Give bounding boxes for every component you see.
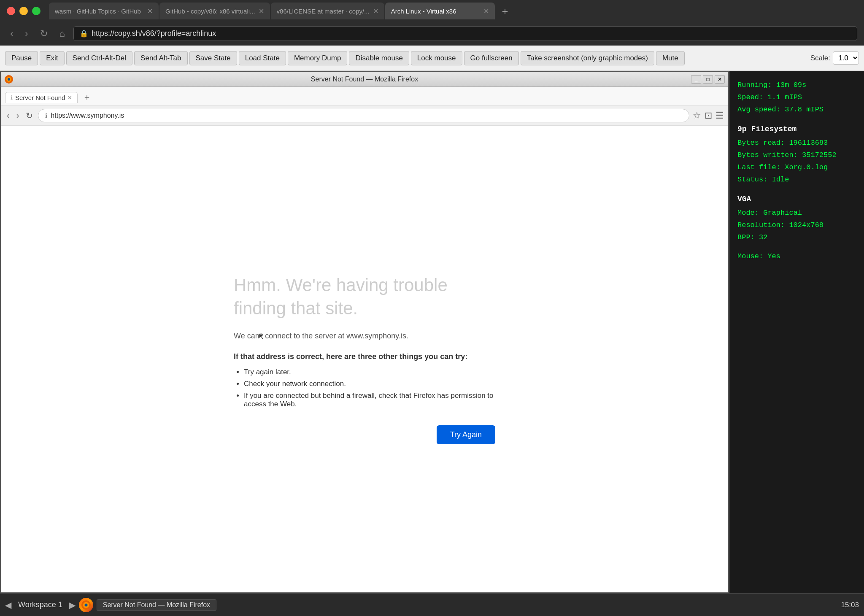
workspace-next-button[interactable]: ▶ <box>69 600 76 610</box>
vm-restore-btn[interactable]: □ <box>703 75 713 84</box>
filesystem-title: 9p Filesystem <box>737 123 856 136</box>
vm-title: Server Not Found — Mozilla Firefox <box>311 76 418 83</box>
bpp-stat: BPP: 32 <box>737 232 856 244</box>
speed-stat: Speed: 1.1 mIPS <box>737 92 856 104</box>
bytes-read-value: 196113683 <box>789 139 828 147</box>
browser-tab-bar: wasm · GitHub Topics · GitHub ✕ GitHub -… <box>49 3 857 19</box>
error-details-heading: If that address is correct, here are thr… <box>234 352 495 361</box>
mute-button[interactable]: Mute <box>656 51 685 65</box>
vm-close-btn[interactable]: ✕ <box>715 75 725 84</box>
vm-window-controls: _ □ ✕ <box>691 75 725 84</box>
lock-mouse-button[interactable]: Lock mouse <box>411 51 462 65</box>
tab2-close[interactable]: ✕ <box>259 7 264 15</box>
save-state-button[interactable]: Save State <box>189 51 237 65</box>
tab1-label: wasm · GitHub Topics · GitHub <box>55 8 141 15</box>
back-button[interactable]: ‹ <box>7 27 16 41</box>
mac-window-controls <box>7 7 40 15</box>
tab3-close[interactable]: ✕ <box>373 7 378 15</box>
load-state-button[interactable]: Load State <box>239 51 286 65</box>
error-title: Hmm. We're having trouble finding that s… <box>234 274 495 320</box>
last-file-stat: Last file: Xorg.0.log <box>737 162 856 174</box>
ff-new-tab-button[interactable]: ＋ <box>79 92 94 103</box>
mac-close-button[interactable] <box>7 7 15 15</box>
status-label: Status: <box>737 176 767 184</box>
ff-menu-button[interactable]: ☰ <box>716 110 724 121</box>
ff-reload-button[interactable]: ↻ <box>24 109 35 122</box>
reload-button[interactable]: ↻ <box>37 27 51 41</box>
resolution-value: 1024x768 <box>789 221 824 229</box>
tab3-label: v86/LICENSE at master · copy/... <box>277 8 370 15</box>
vm-minimize-btn[interactable]: _ <box>691 75 701 84</box>
lock-icon: 🔒 <box>80 30 88 38</box>
last-file-value: Xorg.0.log <box>785 163 828 171</box>
firefox-tabs: ℹ Server Not Found ✕ ＋ <box>1 87 728 105</box>
mode-value: Graphical <box>763 209 802 217</box>
taskbar: ◀ Workspace 1 ▶ Server Not Found — Mozil… <box>0 593 864 616</box>
disable-mouse-button[interactable]: Disable mouse <box>349 51 409 65</box>
send-alt-tab-button[interactable]: Send Alt-Tab <box>134 51 187 65</box>
error-subtitle: We can't connect to the server at www.sy… <box>234 332 495 340</box>
browser-tab-3[interactable]: v86/LICENSE at master · copy/... ✕ <box>271 3 384 19</box>
tab1-close[interactable]: ✕ <box>147 7 153 15</box>
avg-speed-label: Avg speed: <box>737 105 780 113</box>
stats-panel: Running: 13m 09s Speed: 1.1 mIPS Avg spe… <box>729 71 864 593</box>
tab4-close[interactable]: ✕ <box>483 7 489 15</box>
mouse-label: Mouse: <box>737 252 763 260</box>
browser-tab-4[interactable]: Arch Linux - Virtual x86 ✕ <box>385 3 495 19</box>
forward-button[interactable]: › <box>22 27 31 41</box>
mac-maximize-button[interactable] <box>32 7 40 15</box>
ff-forward-button[interactable]: › <box>15 109 21 122</box>
memory-dump-button[interactable]: Memory Dump <box>288 51 347 65</box>
ff-address-bar[interactable]: ℹ https://www.symphony.is <box>38 109 689 122</box>
ff-tab-1[interactable]: ℹ Server Not Found ✕ <box>5 92 78 103</box>
ff-tab1-info-icon: ℹ <box>11 95 13 101</box>
bpp-value: 32 <box>759 233 767 241</box>
ff-info-icon: ℹ <box>45 112 47 119</box>
error-list-item-2: Check your network connection. <box>244 380 495 388</box>
main-area: Server Not Found — Mozilla Firefox _ □ ✕… <box>0 71 864 593</box>
browser-tab-1[interactable]: wasm · GitHub Topics · GitHub ✕ <box>49 3 159 19</box>
running-stat: Running: 13m 09s <box>737 79 856 92</box>
mouse-stat: Mouse: Yes <box>737 251 856 263</box>
ff-pocket-button[interactable]: ⊡ <box>705 110 712 121</box>
vm-titlebar: Server Not Found — Mozilla Firefox _ □ ✕ <box>1 72 728 87</box>
svg-point-5 <box>84 603 87 606</box>
ff-tab1-close[interactable]: ✕ <box>68 95 72 101</box>
taskbar-time: 15:03 <box>841 601 859 609</box>
bytes-written-label: Bytes written: <box>737 151 798 159</box>
browser-addressbar: ‹ › ↻ ⌂ 🔒 https://copy.sh/v86/?profile=a… <box>0 22 864 46</box>
firefox-window: ℹ Server Not Found ✕ ＋ ‹ › ↻ ℹ https://w… <box>1 87 728 592</box>
exit-button[interactable]: Exit <box>40 51 64 65</box>
speed-label: Speed: <box>737 93 763 101</box>
send-ctrl-alt-del-button[interactable]: Send Ctrl-Alt-Del <box>66 51 133 65</box>
ff-back-button[interactable]: ‹ <box>5 109 11 122</box>
mac-minimize-button[interactable] <box>19 7 28 15</box>
resolution-stat: Resolution: 1024x768 <box>737 219 856 232</box>
pause-button[interactable]: Pause <box>5 51 38 65</box>
scale-control: Scale: 1.0 1.5 2.0 <box>810 51 859 65</box>
workspace-prev-button[interactable]: ◀ <box>5 600 11 610</box>
workspace-label: Workspace 1 <box>15 600 66 609</box>
emulator-toolbar: Pause Exit Send Ctrl-Alt-Del Send Alt-Ta… <box>0 46 864 71</box>
address-bar[interactable]: 🔒 https://copy.sh/v86/?profile=archlinux <box>73 26 857 41</box>
bytes-read-label: Bytes read: <box>737 139 785 147</box>
take-screenshot-button[interactable]: Take screenshot (only graphic modes) <box>521 51 654 65</box>
tab2-label: GitHub - copy/v86: x86 virtuali... <box>165 8 255 15</box>
try-again-button[interactable]: Try Again <box>437 425 495 444</box>
browser-tab-2[interactable]: GitHub - copy/v86: x86 virtuali... ✕ <box>159 3 270 19</box>
status-stat: Status: Idle <box>737 174 856 186</box>
status-value: Idle <box>772 176 789 184</box>
bpp-label: BPP: <box>737 233 755 241</box>
ff-bookmark-button[interactable]: ☆ <box>693 110 701 121</box>
scale-select[interactable]: 1.0 1.5 2.0 <box>833 51 859 65</box>
mouse-value: Yes <box>767 252 780 260</box>
mode-label: Mode: <box>737 209 759 217</box>
taskbar-window-label[interactable]: Server Not Found — Mozilla Firefox <box>97 599 216 611</box>
home-button[interactable]: ⌂ <box>56 27 68 41</box>
avg-speed-value: 37.8 mIPS <box>785 105 824 113</box>
go-fullscreen-button[interactable]: Go fullscreen <box>464 51 519 65</box>
firefox-content: Hmm. We're having trouble finding that s… <box>1 126 728 592</box>
taskbar-firefox-icon <box>79 598 93 612</box>
error-list: Try again later. Check your network conn… <box>234 368 495 408</box>
new-tab-button[interactable]: ＋ <box>496 3 514 19</box>
